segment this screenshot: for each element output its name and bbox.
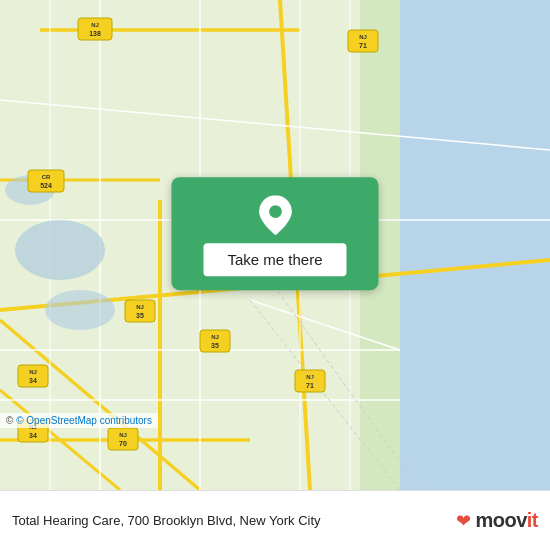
moovit-heart-icon: ❤ xyxy=(456,510,471,532)
svg-text:71: 71 xyxy=(359,42,367,49)
svg-point-56 xyxy=(269,205,282,218)
svg-text:34: 34 xyxy=(29,432,37,439)
svg-rect-1 xyxy=(390,0,550,490)
svg-text:524: 524 xyxy=(40,182,52,189)
svg-text:CR: CR xyxy=(42,174,51,180)
svg-point-22 xyxy=(45,290,115,330)
svg-text:NJ: NJ xyxy=(136,304,144,310)
moovit-logo: ❤ moovit xyxy=(456,509,538,532)
svg-text:71: 71 xyxy=(306,382,314,389)
green-card: Take me there xyxy=(171,177,378,290)
bottom-bar: Total Hearing Care, 700 Brooklyn Blvd, N… xyxy=(0,490,550,550)
navigation-overlay: Take me there xyxy=(171,177,378,290)
svg-text:NJ: NJ xyxy=(119,432,127,438)
svg-text:35: 35 xyxy=(136,312,144,319)
moovit-brand-accent: it xyxy=(527,509,538,531)
moovit-brand-name: moovit xyxy=(475,509,538,532)
svg-text:70: 70 xyxy=(119,440,127,447)
map-attribution: © © OpenStreetMap contributors xyxy=(0,413,158,428)
svg-point-21 xyxy=(15,220,105,280)
svg-text:NJ: NJ xyxy=(29,369,37,375)
location-pin-icon xyxy=(255,195,295,235)
svg-text:138: 138 xyxy=(89,30,101,37)
take-me-there-button[interactable]: Take me there xyxy=(203,243,346,276)
map-container: NJ 138 NJ 71 CR 524 NJ 35 NJ 71 NJ 71 NJ… xyxy=(0,0,550,490)
svg-text:34: 34 xyxy=(29,377,37,384)
svg-text:NJ: NJ xyxy=(211,334,219,340)
svg-text:NJ: NJ xyxy=(91,22,99,28)
copyright-symbol: © xyxy=(6,415,13,426)
openstreetmap-link[interactable]: © OpenStreetMap contributors xyxy=(16,415,152,426)
location-text: Total Hearing Care, 700 Brooklyn Blvd, N… xyxy=(12,513,456,528)
svg-text:NJ: NJ xyxy=(359,34,367,40)
svg-text:35: 35 xyxy=(211,342,219,349)
